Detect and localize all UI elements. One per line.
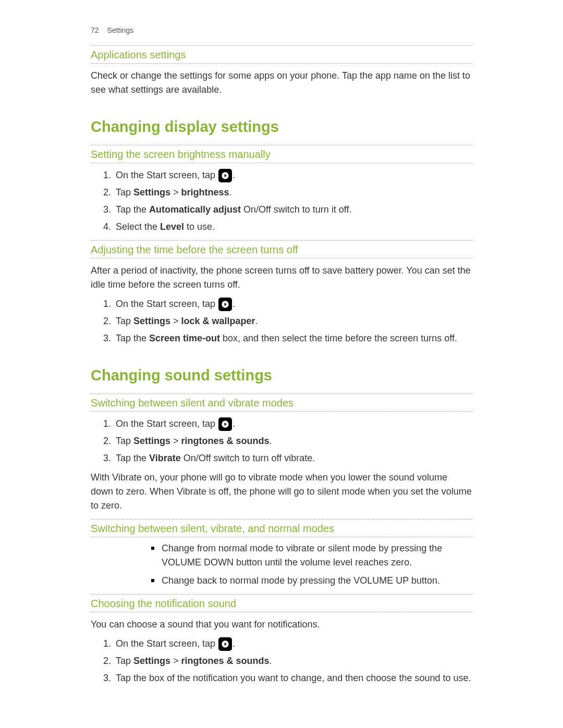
step-item: Tap the box of the notification you want…	[114, 671, 472, 685]
step-item: Tap Settings > brightness.	[114, 186, 472, 200]
step-text: Tap	[116, 656, 133, 666]
bold-term: ringtones & sounds	[181, 656, 270, 666]
bold-term: Screen time-out	[149, 333, 220, 343]
steps-silentvib: On the Start screen, tap . Tap Settings …	[91, 417, 472, 465]
step-item: On the Start screen, tap .	[114, 297, 472, 311]
major-heading-display: Changing display settings	[91, 116, 472, 139]
step-text: .	[270, 656, 272, 666]
bold-term: brightness	[181, 187, 229, 198]
step-text: box, and then select the time before the…	[220, 333, 457, 343]
step-text: On the Start screen, tap	[116, 170, 218, 180]
step-text: Tap	[116, 187, 133, 198]
step-item: On the Start screen, tap .	[114, 168, 472, 182]
step-text: .	[232, 170, 235, 180]
arrow-icon	[218, 637, 232, 651]
section-title: Switching between silent, vibrate, and n…	[91, 521, 472, 536]
step-item: Tap the Automatically adjust On/Off swit…	[114, 203, 472, 217]
bold-term: ringtones & sounds	[181, 436, 270, 446]
section-body: Check or change the settings for some ap…	[91, 69, 472, 97]
step-text: Tap the	[116, 204, 149, 215]
section-title: Adjusting the time before the screen tur…	[91, 242, 472, 257]
step-text: Tap the	[116, 333, 149, 343]
section-heading-apps: Applications settings	[91, 45, 472, 64]
step-text: >	[170, 436, 181, 446]
step-text: Tap	[116, 316, 133, 326]
steps-notif: On the Start screen, tap . Tap Settings …	[91, 637, 472, 685]
step-text: On/Off switch to turn off vibrate.	[181, 453, 315, 463]
section-heading-notif: Choosing the notification sound	[91, 594, 472, 612]
bold-term: Settings	[133, 656, 170, 666]
step-text: .	[232, 299, 235, 309]
step-text: Tap	[116, 436, 133, 446]
section-body: After a period of inactivity, the phone …	[91, 264, 472, 292]
step-text: to use.	[184, 221, 215, 232]
step-text: .	[232, 418, 235, 429]
section-body: With Vibrate on, your phone will go to v…	[91, 471, 472, 513]
section-body: You can choose a sound that you want for…	[91, 618, 472, 632]
step-text: On the Start screen, tap	[116, 299, 218, 309]
step-item: Tap the Screen time-out box, and then se…	[114, 331, 472, 346]
step-text: Tap the	[116, 453, 149, 463]
bullet-item: Change back to normal mode by pressing t…	[151, 574, 472, 588]
section-heading-timeout: Adjusting the time before the screen tur…	[91, 240, 472, 258]
section-heading-brightness: Setting the screen brightness manually	[91, 145, 472, 163]
section-title: Applications settings	[91, 47, 472, 63]
bold-term: Automatically adjust	[149, 204, 241, 215]
step-text: >	[170, 187, 181, 198]
step-text: .	[229, 187, 232, 198]
step-item: Tap Settings > ringtones & sounds.	[114, 654, 472, 668]
steps-timeout: On the Start screen, tap . Tap Settings …	[91, 297, 472, 346]
step-text: On/Off switch to turn it off.	[241, 204, 351, 215]
step-text: Select the	[116, 221, 160, 232]
section-heading-silentvib: Switching between silent and vibrate mod…	[91, 393, 472, 412]
bold-term: Settings	[133, 187, 170, 198]
arrow-icon	[218, 169, 232, 182]
bold-term: Settings	[133, 436, 170, 446]
section-title: Setting the screen brightness manually	[91, 146, 472, 162]
step-text: .	[255, 316, 258, 326]
section-title: Choosing the notification sound	[91, 596, 472, 611]
manual-page: 72 Settings Applications settings Check …	[0, 0, 563, 728]
bold-term: Level	[160, 221, 184, 232]
step-text: >	[170, 656, 181, 666]
step-text: .	[270, 436, 272, 446]
bold-term: lock & wallpaper	[181, 316, 255, 326]
step-item: Tap the Vibrate On/Off switch to turn of…	[114, 451, 472, 465]
page-number: 72	[91, 25, 99, 36]
step-item: Select the Level to use.	[114, 220, 472, 234]
bold-term: Vibrate	[149, 453, 181, 463]
arrow-icon	[218, 417, 232, 431]
major-heading-sound: Changing sound settings	[91, 364, 472, 387]
section-heading-modes: Switching between silent, vibrate, and n…	[91, 519, 472, 537]
step-item: Tap Settings > ringtones & sounds.	[114, 434, 472, 448]
step-text: >	[170, 316, 181, 326]
bold-term: Settings	[133, 316, 170, 326]
page-header: 72 Settings	[91, 25, 472, 36]
step-item: On the Start screen, tap .	[114, 417, 472, 431]
bullets-modes: Change from normal mode to vibrate or si…	[91, 541, 472, 588]
step-text: On the Start screen, tap	[116, 418, 218, 429]
step-item: On the Start screen, tap .	[114, 637, 472, 651]
step-text: On the Start screen, tap	[116, 638, 218, 649]
step-item: Tap Settings > lock & wallpaper.	[114, 314, 472, 328]
step-text: .	[232, 638, 235, 649]
arrow-icon	[218, 298, 232, 311]
steps-brightness: On the Start screen, tap . Tap Settings …	[91, 168, 472, 234]
section-title: Switching between silent and vibrate mod…	[91, 395, 472, 411]
chapter-name: Settings	[107, 25, 134, 36]
bullet-item: Change from normal mode to vibrate or si…	[151, 541, 472, 570]
